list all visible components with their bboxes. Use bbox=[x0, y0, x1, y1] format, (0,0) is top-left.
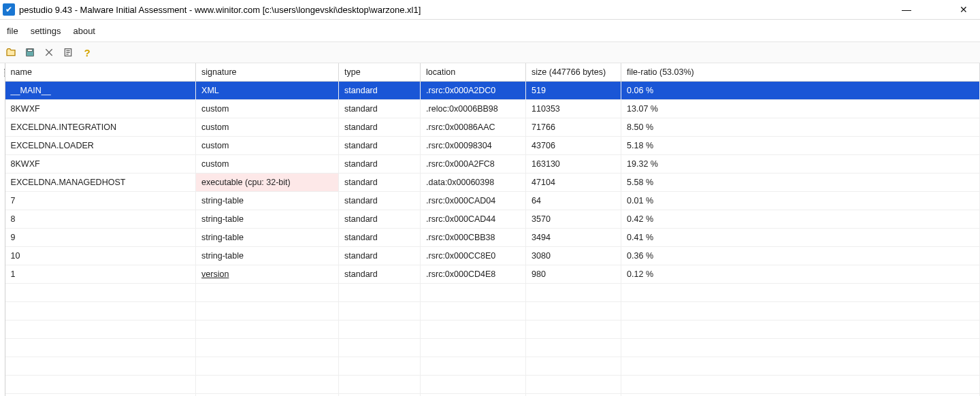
cell-signature: custom bbox=[196, 100, 339, 118]
cell-type: standard bbox=[339, 192, 421, 210]
cell-empty bbox=[196, 302, 339, 320]
cell-name: 10 bbox=[5, 247, 196, 265]
cell-empty bbox=[196, 376, 339, 394]
cell-empty bbox=[339, 357, 421, 376]
menu-file[interactable]: file bbox=[7, 26, 18, 36]
table-row[interactable]: 8string-tablestandard.rsrc:0x000CAD44357… bbox=[5, 210, 980, 229]
cell-empty bbox=[339, 394, 421, 397]
cell-size: 110353 bbox=[526, 100, 621, 118]
cell-size: 71766 bbox=[526, 118, 621, 137]
cell-size: 3570 bbox=[526, 210, 621, 229]
cell-empty bbox=[339, 284, 421, 302]
cell-signature: string-table bbox=[196, 210, 339, 229]
menu-settings[interactable]: settings bbox=[31, 26, 61, 36]
save-icon bbox=[24, 47, 35, 58]
col-file-ratio[interactable]: file-ratio (53.03%) bbox=[621, 63, 980, 82]
table-row[interactable]: 1versionstandard.rsrc:0x000CD4E89800.12 … bbox=[5, 265, 980, 284]
cell-name: 8KWXF bbox=[5, 155, 196, 174]
cell-empty bbox=[196, 357, 339, 376]
cell-signature: version bbox=[196, 265, 339, 284]
cell-file-ratio: 13.07 % bbox=[621, 100, 980, 118]
cell-location: .rsrc:0x000CD4E8 bbox=[421, 265, 526, 284]
col-location[interactable]: location bbox=[421, 63, 526, 82]
save-button[interactable] bbox=[23, 46, 37, 59]
minimize-button[interactable]: — bbox=[897, 3, 916, 16]
table-row[interactable]: 10string-tablestandard.rsrc:0x000CC8E030… bbox=[5, 247, 980, 265]
cell-file-ratio: 0.42 % bbox=[621, 210, 980, 229]
cell-empty bbox=[421, 284, 526, 302]
cell-signature: string-table bbox=[196, 192, 339, 210]
cell-location: .reloc:0x0006BB98 bbox=[421, 100, 526, 118]
table-header-row[interactable]: name signature type location size (44776… bbox=[5, 63, 980, 82]
main-split: − c:\users\longevski\desktop\warzone.xl1… bbox=[0, 63, 980, 396]
cell-empty bbox=[5, 284, 196, 302]
resources-table[interactable]: name signature type location size (44776… bbox=[5, 63, 980, 396]
cell-empty bbox=[621, 284, 980, 302]
table-row[interactable]: __MAIN__XMLstandard.rsrc:0x000A2DC05190.… bbox=[5, 82, 980, 100]
col-signature[interactable]: signature bbox=[196, 63, 339, 82]
cell-type: standard bbox=[339, 82, 421, 100]
cell-file-ratio: 19.32 % bbox=[621, 155, 980, 174]
cell-signature: string-table bbox=[196, 229, 339, 247]
cell-size: 163130 bbox=[526, 155, 621, 174]
cell-file-ratio: 0.06 % bbox=[621, 82, 980, 100]
cell-file-ratio: 0.01 % bbox=[621, 192, 980, 210]
cell-type: standard bbox=[339, 210, 421, 229]
table-row-empty bbox=[5, 284, 980, 302]
tree-pane[interactable]: − c:\users\longevski\desktop\warzone.xl1… bbox=[0, 63, 5, 396]
cell-empty bbox=[421, 339, 526, 357]
cell-file-ratio: 5.18 % bbox=[621, 137, 980, 155]
notes-button[interactable] bbox=[61, 46, 75, 59]
table-row[interactable]: 8KWXFcustomstandard.rsrc:0x000A2FC816313… bbox=[5, 155, 980, 174]
table-row[interactable]: EXCELDNA.MANAGEDHOSTexecutable (cpu: 32-… bbox=[5, 174, 980, 192]
table-row-empty bbox=[5, 320, 980, 339]
table-row[interactable]: EXCELDNA.INTEGRATIONcustomstandard.rsrc:… bbox=[5, 118, 980, 137]
menubar: file settings about bbox=[0, 20, 980, 42]
cell-empty bbox=[421, 357, 526, 376]
table-row-empty bbox=[5, 339, 980, 357]
help-button[interactable]: ? bbox=[80, 46, 94, 59]
cell-type: standard bbox=[339, 137, 421, 155]
cell-size: 3080 bbox=[526, 247, 621, 265]
table-pane[interactable]: name signature type location size (44776… bbox=[5, 63, 980, 396]
cell-file-ratio: 0.12 % bbox=[621, 265, 980, 284]
cell-location: .rsrc:0x000CAD44 bbox=[421, 210, 526, 229]
cell-type: standard bbox=[339, 174, 421, 192]
window-title: pestudio 9.43 - Malware Initial Assessme… bbox=[19, 5, 897, 15]
tree-root[interactable]: − c:\users\longevski\desktop\warzone.xl1 bbox=[4, 66, 5, 80]
maximize-button[interactable] bbox=[926, 3, 945, 16]
cell-empty bbox=[621, 320, 980, 339]
cell-type: standard bbox=[339, 100, 421, 118]
cell-empty bbox=[526, 302, 621, 320]
cell-location: .rsrc:0x000CBB38 bbox=[421, 229, 526, 247]
cell-empty bbox=[526, 284, 621, 302]
cell-location: .rsrc:0x000CAD04 bbox=[421, 192, 526, 210]
cell-type: standard bbox=[339, 247, 421, 265]
cell-signature: custom bbox=[196, 118, 339, 137]
table-row[interactable]: 7string-tablestandard.rsrc:0x000CAD04640… bbox=[5, 192, 980, 210]
titlebar: ✔ pestudio 9.43 - Malware Initial Assess… bbox=[0, 0, 980, 20]
cell-empty bbox=[196, 394, 339, 397]
menu-about[interactable]: about bbox=[73, 26, 95, 36]
cell-location: .rsrc:0x000A2DC0 bbox=[421, 82, 526, 100]
col-name[interactable]: name bbox=[5, 63, 196, 82]
table-row[interactable]: EXCELDNA.LOADERcustomstandard.rsrc:0x000… bbox=[5, 137, 980, 155]
table-row[interactable]: 8KWXFcustomstandard.reloc:0x0006BB981103… bbox=[5, 100, 980, 118]
cell-empty bbox=[526, 320, 621, 339]
cell-empty bbox=[421, 320, 526, 339]
cell-location: .rsrc:0x000CC8E0 bbox=[421, 247, 526, 265]
cell-name: 7 bbox=[5, 192, 196, 210]
table-row-empty bbox=[5, 394, 980, 397]
cell-signature: string-table bbox=[196, 247, 339, 265]
col-size[interactable]: size (447766 bytes) bbox=[526, 63, 621, 82]
cell-size: 64 bbox=[526, 192, 621, 210]
cell-empty bbox=[339, 376, 421, 394]
table-row[interactable]: 9string-tablestandard.rsrc:0x000CBB38349… bbox=[5, 229, 980, 247]
table-row-empty bbox=[5, 357, 980, 376]
cell-type: standard bbox=[339, 155, 421, 174]
cell-location: .data:0x00060398 bbox=[421, 174, 526, 192]
open-button[interactable] bbox=[4, 46, 18, 59]
col-type[interactable]: type bbox=[339, 63, 421, 82]
delete-button[interactable] bbox=[42, 46, 56, 59]
close-button[interactable]: ✕ bbox=[954, 3, 973, 16]
